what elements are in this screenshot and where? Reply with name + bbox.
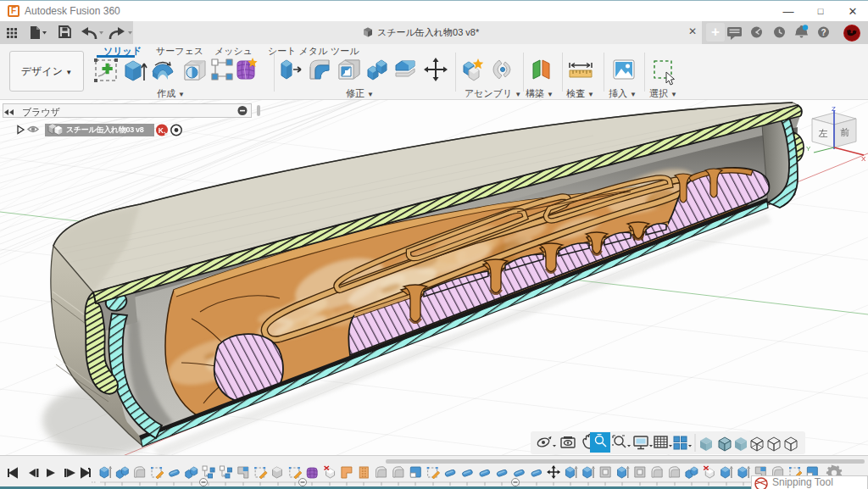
svg-text:K.: K. [159,126,166,135]
svg-text:ブラウザ: ブラウザ [22,107,60,117]
svg-text:Y: Y [806,145,811,153]
svg-text:左: 左 [819,128,828,138]
svg-text:?: ? [821,28,826,37]
svg-text:X: X [861,155,866,163]
svg-text:前: 前 [840,127,850,137]
svg-text:Z: Z [832,105,836,113]
